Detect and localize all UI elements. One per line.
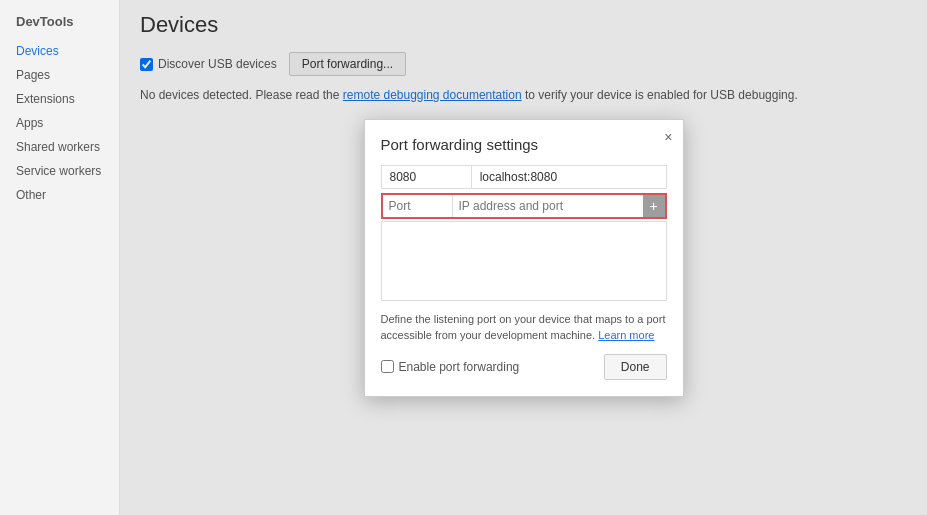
dialog-description: Define the listening port on your device… [381, 311, 667, 344]
table-row: 8080 localhost:8080 [381, 165, 666, 188]
dialog-close-button[interactable]: × [664, 130, 672, 144]
dialog-overlay: Port forwarding settings × 8080 localhos… [120, 0, 927, 515]
done-button[interactable]: Done [604, 354, 667, 380]
ip-input[interactable] [453, 195, 643, 217]
sidebar-title: DevTools [0, 10, 119, 39]
enable-port-forwarding-label[interactable]: Enable port forwarding [381, 360, 520, 374]
sidebar-item-devices[interactable]: Devices [0, 39, 119, 63]
sidebar-item-extensions[interactable]: Extensions [0, 87, 119, 111]
add-rule-button[interactable]: + [643, 195, 665, 217]
port-table: 8080 localhost:8080 [381, 165, 667, 189]
new-rule-input-row: + [381, 193, 667, 219]
sidebar-item-other[interactable]: Other [0, 183, 119, 207]
sidebar-item-pages[interactable]: Pages [0, 63, 119, 87]
sidebar-item-shared-workers[interactable]: Shared workers [0, 135, 119, 159]
enable-port-forwarding-checkbox[interactable] [381, 360, 394, 373]
dialog-footer: Enable port forwarding Done [381, 354, 667, 380]
sidebar-item-apps[interactable]: Apps [0, 111, 119, 135]
sidebar-item-service-workers[interactable]: Service workers [0, 159, 119, 183]
learn-more-link[interactable]: Learn more [598, 329, 654, 341]
port-forwarding-dialog: Port forwarding settings × 8080 localhos… [364, 119, 684, 397]
port-input[interactable] [383, 195, 453, 217]
empty-rules-area [381, 221, 667, 301]
dialog-title: Port forwarding settings [381, 136, 667, 153]
sidebar: DevTools Devices Pages Extensions Apps S… [0, 0, 120, 515]
port-value: 8080 [381, 165, 471, 188]
address-value: localhost:8080 [471, 165, 666, 188]
main-content: Devices Discover USB devices Port forwar… [120, 0, 927, 515]
